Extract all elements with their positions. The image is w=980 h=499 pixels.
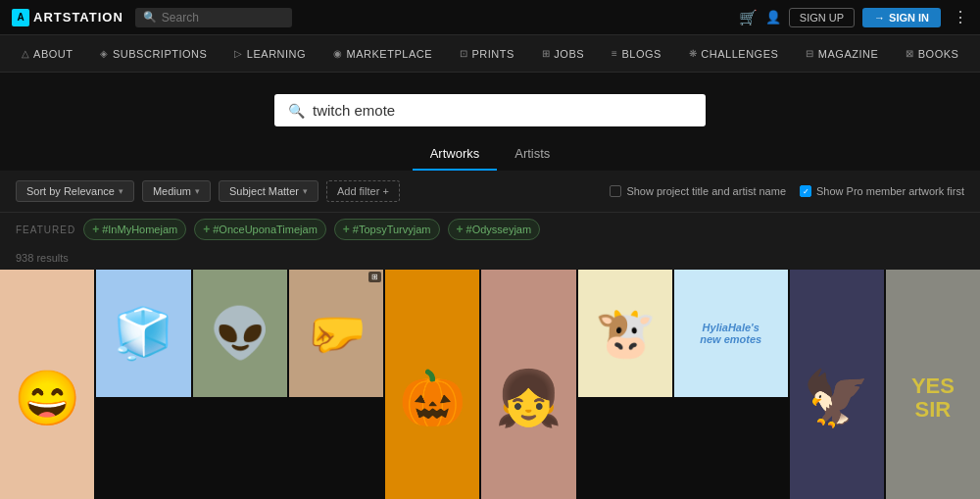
gallery-item[interactable]: 🦅 <box>790 270 884 499</box>
gallery-item[interactable]: 😄 ABBOTT EMOTES <box>0 270 94 499</box>
gallery-item[interactable]: 👧 <box>481 270 575 499</box>
main-search-icon: 🔍 <box>288 103 305 119</box>
nav-about[interactable]: △ ABOUT <box>8 35 87 72</box>
subject-filter[interactable]: Subject Matter ▾ <box>219 180 318 202</box>
logo[interactable]: A ARTSTATION <box>12 9 123 26</box>
plus-icon: + <box>92 223 99 236</box>
sort-filter[interactable]: Sort by Relevance ▾ <box>16 180 134 202</box>
gallery-item[interactable]: 🤛 ⊞ <box>289 270 383 397</box>
search-hero: 🔍 Artworks Artists <box>0 73 980 171</box>
secondary-navigation: △ ABOUT ◈ SUBSCRIPTIONS ▷ LEARNING ◉ MAR… <box>0 35 980 73</box>
item-badge: ⊞ <box>368 272 381 282</box>
magazine-icon: ⊟ <box>806 48 814 59</box>
search-tabs: Artworks Artists <box>413 138 568 171</box>
nav-prints[interactable]: ⊡ PRINTS <box>446 35 528 72</box>
nav-subscriptions[interactable]: ◈ SUBSCRIPTIONS <box>86 35 220 72</box>
nav-jobs[interactable]: ⊞ JOBS <box>528 35 598 72</box>
blogs-icon: ≡ <box>612 48 617 59</box>
prints-icon: ⊡ <box>460 48 468 59</box>
logo-icon: A <box>12 9 29 26</box>
tag-odysseyjam[interactable]: + #Odysseyjam <box>448 219 541 240</box>
books-icon: ⊠ <box>906 48 914 59</box>
plus-icon: + <box>457 223 464 236</box>
nav-blogs[interactable]: ≡ BLOGS <box>598 35 675 72</box>
show-pro-checkbox[interactable]: ✓ <box>800 185 811 197</box>
show-title-checkbox[interactable] <box>610 185 621 197</box>
subject-arrow-icon: ▾ <box>303 186 308 196</box>
results-count: 938 results <box>0 246 980 270</box>
logo-text: ARTSTATION <box>33 10 123 25</box>
show-title-checkbox-label[interactable]: Show project title and artist name <box>610 185 786 197</box>
gallery-item[interactable]: 🧊 <box>96 270 190 397</box>
add-filter-button[interactable]: Add filter + <box>326 180 400 202</box>
user-icon[interactable]: 👤 <box>765 10 781 25</box>
gallery: 😄 ABBOTT EMOTES 🧊 👽 🤛 ⊞ 🎃 👧 🐮 Hyli <box>0 270 980 499</box>
top-search-bar[interactable]: 🔍 <box>135 8 292 27</box>
filters-bar: Sort by Relevance ▾ Medium ▾ Subject Mat… <box>0 171 980 213</box>
tag-topsyturvyjam[interactable]: + #TopsyTurvyjam <box>334 219 440 240</box>
search-icon: 🔍 <box>143 11 157 24</box>
nav-actions: 🛒 👤 SIGN UP → SIGN IN ⋮ <box>739 8 968 27</box>
nav-challenges[interactable]: ❋ CHALLENGES <box>675 35 792 72</box>
medium-filter[interactable]: Medium ▾ <box>142 180 211 202</box>
top-navigation: A ARTSTATION 🔍 🛒 👤 SIGN UP → SIGN IN ⋮ <box>0 0 980 35</box>
more-menu-icon[interactable]: ⋮ <box>953 8 968 26</box>
main-search-bar[interactable]: 🔍 <box>274 94 706 126</box>
show-pro-checkbox-label[interactable]: ✓ Show Pro member artwork first <box>800 185 964 197</box>
tab-artists[interactable]: Artists <box>497 138 567 171</box>
tab-artworks[interactable]: Artworks <box>413 138 498 171</box>
tag-onceuponatimejam[interactable]: + #OnceUponaTimejam <box>194 219 326 240</box>
main-search-input[interactable] <box>313 102 692 119</box>
nav-magazine[interactable]: ⊟ MAGAZINE <box>792 35 892 72</box>
tag-inmyhomejam[interactable]: + #InMyHomejam <box>83 219 186 240</box>
marketplace-icon: ◉ <box>333 48 343 59</box>
gallery-item[interactable]: 👽 <box>193 270 287 397</box>
about-icon: △ <box>22 48 30 59</box>
gallery-item[interactable]: 🎃 <box>385 270 479 499</box>
gallery-item[interactable]: HyliaHale'snew emotes <box>674 270 788 397</box>
signin-arrow: → <box>874 12 885 24</box>
subscriptions-icon: ◈ <box>100 48 109 59</box>
jobs-icon: ⊞ <box>542 48 551 59</box>
cart-icon[interactable]: 🛒 <box>739 9 758 26</box>
featured-bar: FEATURED + #InMyHomejam + #OnceUponaTime… <box>0 213 980 246</box>
top-search-input[interactable] <box>162 11 284 25</box>
gallery-item[interactable]: 🐮 <box>578 270 672 397</box>
gallery-row-1: 😄 ABBOTT EMOTES 🧊 👽 🤛 ⊞ 🎃 👧 🐮 Hyli <box>0 270 980 499</box>
nav-books[interactable]: ⊠ BOOKS <box>892 35 972 72</box>
plus-icon: + <box>343 223 350 236</box>
learning-icon: ▷ <box>234 48 243 59</box>
plus-icon: + <box>203 223 210 236</box>
challenges-icon: ❋ <box>689 48 698 59</box>
nav-learning[interactable]: ▷ LEARNING <box>220 35 319 72</box>
signup-button[interactable]: SIGN UP <box>789 8 855 27</box>
filter-options: Show project title and artist name ✓ Sho… <box>610 185 964 197</box>
medium-arrow-icon: ▾ <box>195 186 200 196</box>
sort-arrow-icon: ▾ <box>119 186 123 196</box>
nav-marketplace[interactable]: ◉ MARKETPLACE <box>319 35 446 72</box>
gallery-item[interactable]: YESSIR <box>886 270 980 499</box>
signin-button[interactable]: → SIGN IN <box>862 8 941 27</box>
featured-label: FEATURED <box>16 225 75 235</box>
